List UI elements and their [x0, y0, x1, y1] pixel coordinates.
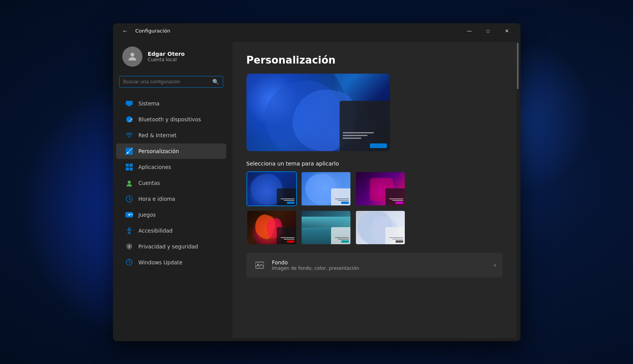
theme-4[interactable] [246, 210, 297, 245]
t6-line2 [392, 239, 403, 240]
t1-overlay [277, 188, 296, 205]
t3-line1 [389, 198, 403, 199]
close-button[interactable]: ✕ [498, 25, 516, 37]
nav-items: Sistema ⎇ Bluetooth y dispositivos [113, 94, 229, 272]
t2-overlay [331, 188, 350, 205]
theme-1[interactable] [246, 171, 297, 206]
t1-btn [287, 202, 295, 204]
cuentas-icon [125, 179, 133, 187]
fondo-text: Fondo Imagen de fondo, color, presentaci… [272, 259, 489, 271]
window-controls: — □ ✕ [461, 25, 516, 37]
t1-line2 [284, 200, 295, 201]
sidebar-item-privacidad[interactable]: Privacidad y seguridad [116, 239, 226, 254]
theme-3[interactable] [355, 171, 406, 206]
privacidad-icon [125, 243, 133, 250]
preview-line1 [343, 132, 374, 133]
t2-line1 [335, 198, 349, 199]
sidebar-item-accesibilidad[interactable]: Accesibilidad [116, 223, 226, 238]
preview-lines [343, 132, 387, 140]
svg-point-12 [128, 181, 131, 184]
svg-rect-10 [126, 167, 129, 171]
svg-rect-8 [126, 164, 129, 167]
fondo-subtitle: Imagen de fondo, color, presentación [272, 266, 489, 271]
fondo-chevron-icon: › [494, 261, 496, 269]
t5-btn [341, 240, 349, 243]
sidebar-label-red: Red & Internet [139, 132, 177, 138]
sistema-icon [125, 100, 133, 107]
sidebar-label-cuentas: Cuentas [139, 180, 160, 186]
t1-line1 [281, 198, 295, 199]
t6-btn [395, 240, 403, 243]
sidebar-item-bluetooth[interactable]: ⎇ Bluetooth y dispositivos [116, 112, 226, 127]
sidebar-item-personalizacion[interactable]: Personalización [116, 143, 226, 159]
sidebar-item-red[interactable]: Red & Internet [116, 128, 226, 143]
hora-icon [125, 195, 133, 203]
t4-line2 [284, 239, 295, 240]
personalizacion-icon [125, 147, 133, 155]
sidebar-label-sistema: Sistema [139, 100, 160, 107]
preview-line3 [343, 138, 361, 139]
svg-rect-3 [127, 106, 132, 106]
back-button[interactable]: ← [119, 25, 132, 37]
sidebar-item-juegos[interactable]: Juegos [116, 207, 226, 223]
sidebar-item-cuentas[interactable]: Cuentas [116, 175, 226, 191]
t2-line2 [338, 200, 349, 201]
svg-point-21 [128, 228, 130, 229]
search-box: 🔍 [119, 76, 223, 88]
theme-2[interactable] [301, 171, 351, 206]
fondo-item[interactable]: Fondo Imagen de fondo, color, presentaci… [246, 253, 503, 278]
main-content: Personalización [232, 42, 517, 338]
svg-rect-1 [126, 101, 133, 105]
user-section[interactable]: Edgar Otero Cuenta local [113, 39, 229, 73]
themes-grid [246, 171, 503, 245]
t6-overlay [385, 227, 405, 244]
sidebar: Edgar Otero Cuenta local 🔍 [113, 39, 229, 341]
search-icon: 🔍 [212, 79, 219, 85]
preview-action-btn [370, 143, 387, 148]
titlebar-left: ← Configuración [119, 25, 170, 37]
t3-line2 [392, 200, 403, 201]
search-input[interactable] [123, 79, 209, 85]
preview-line2 [343, 135, 368, 136]
svg-rect-23 [128, 247, 130, 248]
preview-taskbar [340, 101, 390, 151]
window-title: Configuración [135, 28, 170, 34]
apps-icon [125, 163, 133, 171]
svg-line-15 [129, 199, 131, 200]
juegos-icon [125, 211, 133, 219]
t6-line1 [389, 237, 403, 238]
sidebar-label-accesibilidad: Accesibilidad [139, 228, 173, 234]
sidebar-label-windows-update: Windows Update [139, 259, 182, 266]
svg-rect-11 [130, 167, 133, 171]
avatar[interactable] [122, 47, 142, 67]
svg-rect-2 [128, 105, 130, 106]
sidebar-item-hora[interactable]: Hora e idioma [116, 191, 226, 207]
sidebar-item-windows-update[interactable]: Windows Update [116, 255, 226, 270]
minimize-button[interactable]: — [461, 25, 479, 37]
bluetooth-icon: ⎇ [125, 116, 133, 123]
fondo-title: Fondo [272, 259, 489, 266]
theme-preview [246, 74, 390, 151]
t3-overlay [385, 188, 405, 205]
theme-5[interactable] [301, 210, 351, 245]
t5-line1 [335, 237, 349, 238]
windows-update-icon [125, 259, 133, 266]
sidebar-label-personalizacion: Personalización [139, 148, 179, 154]
settings-window: ← Configuración — □ ✕ Edgar Otero [113, 23, 520, 341]
t2-btn [341, 202, 349, 204]
scrollbar[interactable] [517, 42, 519, 338]
maximize-button[interactable]: □ [479, 25, 497, 37]
svg-text:⎇: ⎇ [128, 117, 132, 122]
sidebar-item-aplicaciones[interactable]: Aplicaciones [116, 159, 226, 175]
svg-rect-9 [130, 164, 133, 167]
theme-6[interactable] [355, 210, 406, 245]
accesibilidad-icon [125, 227, 133, 235]
theme-selector-label: Selecciona un tema para aplicarlo [246, 160, 503, 167]
user-info: Edgar Otero Cuenta local [148, 51, 185, 62]
content-area: Edgar Otero Cuenta local 🔍 [113, 39, 520, 341]
sidebar-item-sistema[interactable]: Sistema [116, 96, 226, 111]
sidebar-label-privacidad: Privacidad y seguridad [139, 243, 198, 250]
search-container: 🔍 [113, 73, 229, 94]
svg-point-7 [127, 152, 128, 154]
scrollbar-thumb[interactable] [517, 43, 519, 89]
